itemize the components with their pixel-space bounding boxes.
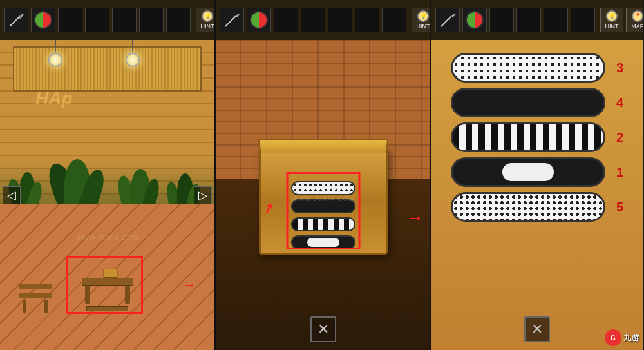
box-slider-dotted[interactable] — [291, 181, 355, 195]
right-watermelon-icon — [466, 11, 484, 29]
mid-inventory-slot-7[interactable] — [382, 8, 406, 32]
hint-button-right[interactable]: 💡 HINT — [600, 8, 623, 32]
toolbar-right: 💡 HINT 📍 MAP ホール中 — [431, 0, 643, 40]
inventory-slot-7[interactable] — [166, 8, 191, 32]
slider-row-1: 1 — [451, 157, 623, 187]
niuyou-logo-icon: G — [605, 329, 621, 346]
mid-inventory-slot-watermelon[interactable] — [247, 8, 271, 32]
niuyou-logo: G 九游 — [605, 329, 639, 346]
slider-row-3: 3 — [451, 53, 623, 83]
plant-group-center — [52, 159, 103, 211]
chair-leg-fl — [23, 300, 26, 313]
lamp-right — [126, 40, 140, 67]
close-icon-right: ✕ — [531, 321, 543, 338]
close-button-mid[interactable]: ✕ — [310, 316, 336, 342]
svg-line-3 — [225, 16, 236, 26]
mid-inventory-slot-5[interactable] — [328, 8, 352, 32]
hint-button-left[interactable]: 💡 HINT — [196, 8, 216, 32]
bamboo-curtain — [13, 46, 202, 92]
mid-inventory-slot-knife[interactable] — [220, 8, 244, 32]
box-sliders — [291, 181, 355, 249]
right-inventory-slot-watermelon[interactable] — [462, 8, 487, 32]
inventory-slot-6[interactable] — [139, 8, 164, 32]
game-scene[interactable]: HAp → — [0, 40, 214, 350]
chair-leg-fr — [44, 300, 48, 313]
slider-3[interactable] — [451, 53, 605, 83]
toolbar-buttons-right: 💡 HINT 📍 MAP — [600, 8, 643, 32]
slider-2[interactable] — [451, 122, 605, 152]
left-arrow-icon: ◁ — [7, 188, 16, 202]
mid-inventory-slot-6[interactable] — [355, 8, 379, 32]
bench-arrow: → — [182, 277, 196, 293]
knife-icon — [7, 11, 25, 29]
lamp-cord-left — [55, 40, 56, 53]
toolbar-buttons-left: 💡 HINT 📍 MAP — [196, 8, 216, 32]
lamp-cord-right — [132, 40, 133, 53]
slider-row-4: 4 — [451, 88, 623, 117]
inventory-slot-4[interactable] — [85, 8, 109, 32]
box-scene[interactable]: → WWW.JUXIA.COM ↗ ✕ — [216, 40, 430, 350]
panel-left: 💡 HINT 📍 MAP ホール中央 — [0, 0, 216, 350]
lamp-left — [48, 40, 62, 67]
slider-number-1: 1 — [612, 165, 623, 180]
lamp-shade-right — [126, 53, 140, 67]
slider-number-5: 5 — [612, 200, 623, 215]
slider-row-5: 5 — [451, 192, 623, 222]
box-slider-white-center[interactable] — [291, 235, 355, 249]
map-icon-right: 📍 — [632, 10, 643, 22]
wooden-box[interactable] — [259, 148, 388, 255]
scene-wall — [0, 40, 214, 211]
slider-number-2: 2 — [612, 130, 623, 145]
nav-arrow-right[interactable]: ▷ — [194, 186, 212, 204]
lamp-shade-left — [48, 53, 62, 67]
right-inventory-slot-5[interactable] — [544, 8, 568, 32]
inventory-slot-5[interactable] — [112, 8, 137, 32]
mid-watermelon-icon — [250, 11, 268, 29]
slider-5[interactable] — [451, 192, 605, 222]
right-inventory-slot-knife[interactable] — [435, 8, 460, 32]
close-button-right[interactable]: ✕ — [524, 316, 550, 342]
hint-label-right: HINT — [605, 23, 619, 30]
toolbar-mid: 💡 HINT 📍 MAP ホール中央 — [216, 0, 430, 40]
toolbar-buttons-mid: 💡 HINT 📍 MAP — [412, 8, 431, 32]
niuyou-logo-text: 九游 — [623, 333, 639, 344]
hint-label-mid: HINT — [417, 23, 430, 30]
right-inventory-slot-6[interactable] — [571, 8, 595, 32]
plants-area — [0, 159, 214, 211]
map-label-right: MAP — [631, 23, 643, 30]
slider-4[interactable] — [451, 88, 605, 117]
hint-icon-mid: 💡 — [417, 10, 429, 22]
inventory-slot-watermelon[interactable] — [31, 8, 55, 32]
right-knife-icon — [439, 11, 457, 29]
wooden-box-top — [258, 139, 388, 153]
map-button-right[interactable]: 📍 MAP — [626, 8, 643, 32]
slider-puzzle: 3 4 2 1 5 WWW.JUXIA.COM — [431, 40, 643, 350]
mid-inventory-slot-4[interactable] — [301, 8, 325, 32]
right-inventory-slot-4[interactable] — [516, 8, 541, 32]
right-inventory-slot-3[interactable] — [489, 8, 514, 32]
slider-row-2: 2 — [451, 122, 623, 152]
close-icon-mid: ✕ — [317, 321, 329, 338]
hint-button-mid[interactable]: 💡 HINT — [412, 8, 431, 32]
hint-label-left: HINT — [201, 23, 214, 30]
inventory-slot-knife[interactable] — [4, 8, 28, 32]
box-slider-dark[interactable] — [291, 199, 355, 213]
watermelon-icon — [34, 11, 52, 29]
panel-mid: 💡 HINT 📍 MAP ホール中央 — [216, 0, 431, 350]
main-container: 💡 HINT 📍 MAP ホール中央 — [0, 0, 644, 350]
slider-1[interactable] — [451, 157, 605, 187]
svg-marker-4 — [236, 14, 240, 17]
svg-line-5 — [441, 16, 451, 26]
box-slider-striped[interactable] — [291, 217, 355, 231]
nav-arrow-left[interactable]: ◁ — [3, 186, 21, 204]
svg-line-0 — [10, 16, 20, 26]
wooden-box-container[interactable] — [259, 148, 388, 255]
chair-left — [19, 277, 52, 313]
slider-number-4: 4 — [612, 95, 623, 110]
slider-number-3: 3 — [612, 61, 623, 75]
hint-icon-left: 💡 — [202, 10, 213, 22]
mid-inventory-slot-3[interactable] — [274, 8, 298, 32]
inventory-slot-3[interactable] — [58, 8, 82, 32]
panel-right: 💡 HINT 📍 MAP ホール中 3 4 — [431, 0, 643, 350]
mid-knife-icon — [223, 11, 241, 29]
